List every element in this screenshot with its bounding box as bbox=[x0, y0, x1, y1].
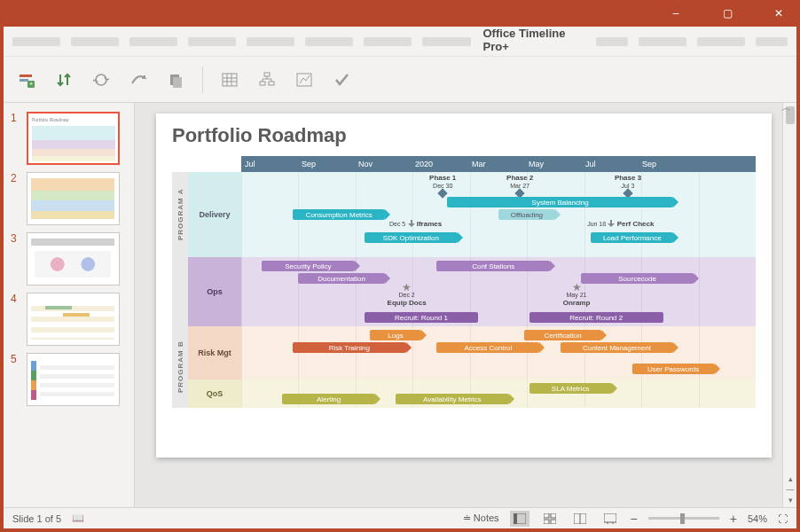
table-icon[interactable] bbox=[219, 69, 240, 90]
task-bar[interactable]: System Balancing bbox=[447, 197, 673, 207]
new-timeline-icon[interactable]: + bbox=[16, 69, 37, 90]
task-bar[interactable]: Content Management bbox=[561, 342, 674, 353]
svg-rect-0 bbox=[20, 74, 32, 77]
zoom-percent[interactable]: 54% bbox=[748, 513, 767, 524]
task-bar[interactable]: Access Control bbox=[436, 342, 539, 353]
window-minimize-button[interactable]: – bbox=[658, 1, 694, 26]
task-bar[interactable]: Documentation bbox=[298, 273, 386, 284]
thumb-number: 5 bbox=[11, 353, 21, 365]
slide-thumbnail-2[interactable] bbox=[27, 172, 120, 225]
ribbon-tab-placeholder[interactable] bbox=[188, 37, 236, 46]
swimlane-label-risk: Risk Mgt bbox=[188, 326, 241, 379]
ribbon-tab-office-timeline[interactable]: Office Timeline Pro+ bbox=[482, 21, 585, 61]
swimlane-label-delivery: Delivery bbox=[188, 172, 241, 257]
nav-divider-icon: — bbox=[787, 484, 795, 495]
ribbon-tab-placeholder[interactable] bbox=[697, 37, 745, 46]
fit-to-window-icon[interactable]: ⛶ bbox=[778, 513, 788, 524]
ribbon-divider bbox=[202, 66, 203, 93]
svg-rect-16 bbox=[514, 513, 517, 524]
slideshow-icon[interactable] bbox=[600, 511, 620, 527]
ribbon-tab-placeholder[interactable] bbox=[639, 37, 686, 46]
slide-title: Portfolio Roadmap bbox=[172, 124, 756, 147]
task-bar[interactable]: Recruit: Round 2 bbox=[529, 312, 663, 323]
slide-thumbnail-3[interactable] bbox=[27, 232, 120, 286]
svg-rect-12 bbox=[260, 82, 265, 85]
ribbon-tab-placeholder[interactable] bbox=[305, 37, 353, 46]
task-bar[interactable]: Consumption Metrics bbox=[293, 209, 385, 220]
task-bar[interactable]: Security Policy bbox=[262, 261, 354, 271]
task-bar[interactable]: Offloading bbox=[498, 209, 555, 220]
group-label-program-b: PROGRAM B bbox=[172, 326, 188, 408]
task-bar[interactable]: SLA Metrics bbox=[529, 383, 612, 394]
svg-rect-19 bbox=[544, 520, 549, 524]
ribbon-tab-placeholder[interactable] bbox=[71, 37, 119, 46]
slide-thumbnail-4[interactable] bbox=[27, 293, 120, 346]
svg-rect-13 bbox=[269, 82, 274, 85]
normal-view-icon[interactable] bbox=[510, 511, 529, 527]
titlebar: – ▢ ✕ bbox=[0, 0, 800, 27]
ribbon-tab-placeholder[interactable] bbox=[364, 37, 412, 46]
next-slide-icon[interactable]: ▾ bbox=[788, 495, 793, 505]
svg-text:+: + bbox=[29, 80, 34, 88]
task-bar[interactable]: Load Performance bbox=[591, 232, 673, 243]
zoom-in-button[interactable]: + bbox=[730, 512, 737, 526]
task-bar[interactable]: Alerting bbox=[282, 394, 374, 404]
ribbon-toolbar: + bbox=[4, 57, 796, 103]
sort-icon[interactable] bbox=[53, 69, 75, 90]
ribbon-tab-placeholder[interactable] bbox=[596, 37, 628, 46]
zoom-slider[interactable] bbox=[648, 517, 719, 520]
svg-rect-23 bbox=[604, 513, 616, 522]
status-bar: Slide 1 of 5 📖 ≐ Notes − + 54% ⛶ bbox=[4, 507, 796, 528]
hierarchy-icon[interactable] bbox=[256, 69, 278, 90]
spellcheck-icon[interactable]: 📖 bbox=[72, 512, 84, 524]
slide-thumbnail-5[interactable] bbox=[27, 353, 120, 406]
window-close-button[interactable]: ✕ bbox=[761, 1, 796, 26]
ribbon-tab-placeholder[interactable] bbox=[247, 37, 294, 46]
svg-rect-11 bbox=[264, 73, 270, 76]
thumb-number: 1 bbox=[11, 112, 21, 124]
slide-canvas[interactable]: Portfolio Roadmap JulSepNov2020MarMayJul… bbox=[156, 113, 772, 458]
task-bar[interactable]: SDK Optimization bbox=[365, 232, 457, 243]
prev-slide-icon[interactable]: ▴ bbox=[788, 473, 793, 484]
style-icon[interactable] bbox=[294, 69, 315, 90]
reading-view-icon[interactable] bbox=[570, 511, 590, 527]
accept-icon[interactable] bbox=[331, 69, 352, 90]
vertical-scrollbar[interactable]: ▴ — ▾ bbox=[782, 103, 796, 507]
zoom-out-button[interactable]: − bbox=[631, 512, 638, 526]
task-bar[interactable]: Certification bbox=[524, 330, 601, 340]
share-icon[interactable] bbox=[128, 69, 149, 90]
sync-icon[interactable] bbox=[90, 69, 112, 90]
thumb-number: 2 bbox=[11, 172, 21, 184]
ribbon-tab-placeholder[interactable] bbox=[756, 37, 788, 46]
swimlane-label-ops: Ops bbox=[188, 257, 241, 326]
thumb-number: 4 bbox=[11, 293, 21, 305]
task-bar[interactable]: Conf Stations bbox=[436, 261, 550, 271]
group-label-program-a: PROGRAM A bbox=[172, 172, 188, 257]
svg-rect-1 bbox=[20, 79, 28, 82]
task-bar[interactable]: User Passwords bbox=[632, 364, 715, 374]
task-bar[interactable]: Logs bbox=[370, 330, 421, 340]
slide-edit-area[interactable]: Portfolio Roadmap JulSepNov2020MarMayJul… bbox=[135, 103, 796, 507]
sorter-view-icon[interactable] bbox=[540, 511, 560, 527]
svg-rect-5 bbox=[173, 77, 182, 88]
app-window: – ▢ ✕ Office Timeline Pro+ + bbox=[0, 0, 800, 532]
task-bar[interactable]: Availability Metrics bbox=[396, 394, 509, 404]
slide-counter: Slide 1 of 5 bbox=[12, 513, 61, 524]
swimlane-label-qos: QoS bbox=[188, 379, 241, 408]
task-bar[interactable]: Recruit: Round 1 bbox=[365, 312, 478, 323]
slide-thumbnail-1[interactable]: Portfolio Roadmap bbox=[27, 112, 120, 165]
slide-thumbnails-panel: 1 Portfolio Roadmap 2 3 4 bbox=[4, 103, 135, 507]
workspace: ︿ 1 Portfolio Roadmap 2 3 4 bbox=[4, 103, 796, 507]
ribbon-tab-placeholder[interactable] bbox=[129, 37, 177, 46]
window-maximize-button[interactable]: ▢ bbox=[710, 1, 745, 26]
ribbon-tabs: Office Timeline Pro+ bbox=[4, 27, 796, 57]
svg-rect-18 bbox=[551, 513, 556, 518]
task-bar[interactable]: Risk Training bbox=[293, 342, 406, 353]
collapse-ribbon-icon[interactable]: ︿ bbox=[781, 101, 791, 114]
copy-icon[interactable] bbox=[165, 69, 186, 90]
app-inner: Office Timeline Pro+ + ︿ 1 Portfolio R bbox=[4, 27, 796, 528]
task-bar[interactable]: Sourcecode bbox=[581, 273, 694, 284]
notes-button[interactable]: ≐ Notes bbox=[463, 512, 499, 524]
ribbon-tab-placeholder[interactable] bbox=[12, 37, 60, 46]
ribbon-tab-placeholder[interactable] bbox=[422, 37, 470, 46]
